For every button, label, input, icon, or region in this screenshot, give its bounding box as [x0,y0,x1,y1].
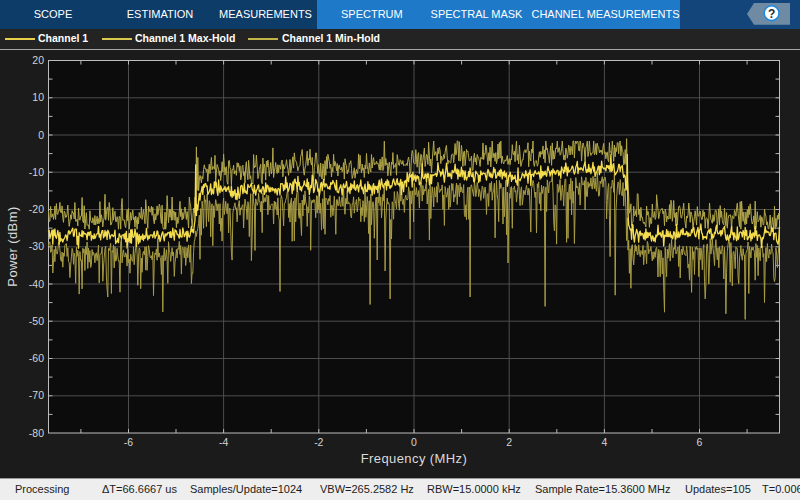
svg-text:6: 6 [697,436,703,448]
svg-text:-30: -30 [29,240,44,252]
svg-text:-4: -4 [219,436,228,448]
svg-text:0: 0 [38,129,44,141]
svg-text:2: 2 [506,436,512,448]
svg-text:-6: -6 [124,436,133,448]
svg-text:20: 20 [32,54,44,66]
svg-text:-2: -2 [314,436,323,448]
svg-text:-40: -40 [29,278,44,290]
svg-text:-80: -80 [29,427,44,439]
svg-text:0: 0 [411,436,417,448]
svg-text:4: 4 [601,436,607,448]
svg-text:Power (dBm): Power (dBm) [5,206,20,286]
svg-text:Frequency (MHz): Frequency (MHz) [361,451,467,466]
svg-text:-50: -50 [29,315,44,327]
svg-text:10: 10 [32,91,44,103]
svg-text:-60: -60 [29,352,44,364]
svg-text:-20: -20 [29,203,44,215]
svg-text:-10: -10 [29,166,44,178]
svg-text:?: ? [768,7,775,21]
svg-text:-70: -70 [29,389,44,401]
